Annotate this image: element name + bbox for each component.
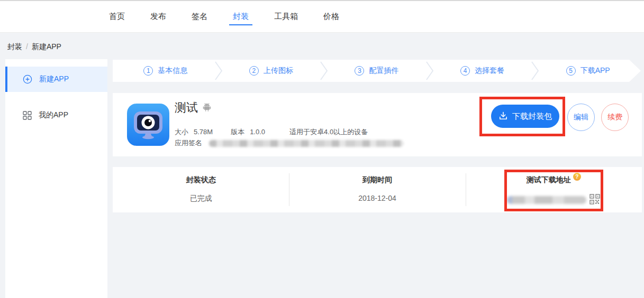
- tv-eye-app-icon: [127, 104, 169, 146]
- package-status-value: 已完成: [190, 194, 212, 203]
- package-info-panel: 封装状态 已完成 到期时间 2018-12-04 测试下载地址 ?: [113, 167, 642, 212]
- signature-label: 应用签名: [175, 138, 202, 148]
- column-header-row: 测试下载地址 ?: [527, 175, 581, 185]
- android-icon: [203, 100, 211, 116]
- sidebar-item-my-apps[interactable]: 我的APP: [5, 103, 107, 128]
- download-button-label: 下载封装包: [512, 111, 552, 122]
- nav-item-toolbox[interactable]: 工具箱: [274, 1, 298, 32]
- step-number-badge: 1: [143, 66, 153, 76]
- package-status-column: 封装状态 已完成: [113, 167, 289, 212]
- signature-redacted-value: [209, 140, 404, 147]
- step-basic-info[interactable]: 1 基本信息: [113, 60, 219, 82]
- test-download-url-row: [507, 194, 600, 206]
- compatibility-text: 适用于安卓4.0以上的设备: [289, 128, 368, 136]
- test-download-url-column: 测试下载地址 ?: [466, 167, 642, 212]
- nav-item-label: 发布: [150, 12, 166, 22]
- sidebar-item-label: 新建APP: [39, 74, 69, 84]
- nav-item-label: 封装: [233, 12, 249, 22]
- grid-icon: [23, 111, 32, 120]
- step-label: 选择套餐: [475, 66, 504, 76]
- step-label: 基本信息: [158, 66, 187, 76]
- column-header: 测试下载地址: [527, 175, 571, 185]
- column-header: 封装状态: [186, 175, 216, 185]
- circle-plus-icon: [23, 74, 32, 84]
- edit-button-label: 编辑: [574, 113, 588, 122]
- nav-item-publish[interactable]: 发布: [150, 1, 166, 32]
- step-label: 上传图标: [264, 66, 293, 76]
- nav-item-package-active[interactable]: 封装: [233, 1, 249, 32]
- expiry-date-column: 到期时间 2018-12-04: [289, 167, 465, 212]
- qr-code-icon[interactable]: [589, 194, 600, 206]
- help-icon[interactable]: ?: [573, 173, 581, 181]
- step-number-badge: 4: [460, 66, 470, 76]
- sidebar-item-new-app[interactable]: 新建APP: [5, 67, 107, 92]
- main-nav: 首页 发布 签名 封装 工具箱 价格: [109, 1, 644, 32]
- step-label: 下载APP: [580, 66, 610, 76]
- app-signature-row: 应用签名: [175, 138, 404, 148]
- sidebar: 新建APP 我的APP: [5, 59, 107, 298]
- nav-item-label: 工具箱: [274, 12, 298, 22]
- breadcrumb-root[interactable]: 封装: [7, 42, 22, 51]
- step-number-badge: 2: [249, 66, 259, 76]
- column-header: 到期时间: [362, 175, 392, 185]
- nav-item-label: 签名: [192, 12, 207, 22]
- download-package-button[interactable]: 下载封装包: [491, 105, 559, 128]
- nav-item-label: 价格: [323, 12, 339, 22]
- step-upload-icon[interactable]: 2 上传图标: [219, 60, 324, 82]
- expiry-date-value: 2018-12-04: [358, 194, 396, 202]
- breadcrumb: 封装/新建APP: [7, 42, 61, 52]
- size-label: 大小: [175, 128, 188, 136]
- step-configure-plugins[interactable]: 3 配置插件: [324, 60, 430, 82]
- step-number-badge: 3: [355, 66, 364, 76]
- step-download-app[interactable]: 5 下载APP: [535, 60, 641, 82]
- nav-item-home[interactable]: 首页: [109, 1, 125, 32]
- download-url-redacted-value: [507, 196, 586, 204]
- step-number-badge: 5: [566, 66, 576, 76]
- breadcrumb-current: 新建APP: [32, 42, 61, 51]
- app-meta-row: 大小5.78M版本1.0.0适用于安卓4.0以上的设备: [175, 127, 368, 137]
- version-value: 1.0.0: [250, 128, 265, 136]
- renew-button-label: 续费: [607, 113, 622, 122]
- nav-item-label: 首页: [109, 12, 125, 22]
- app-title-row: 测试: [175, 100, 211, 116]
- step-choose-plan[interactable]: 4 选择套餐: [430, 60, 536, 82]
- app-card: 测试 大小5.78M版本1.0.0适用于安卓4.0以上的设备 应用签名: [113, 93, 642, 156]
- edit-button[interactable]: 编辑: [567, 104, 595, 131]
- size-value: 5.78M: [194, 128, 213, 136]
- version-label: 版本: [231, 128, 244, 136]
- renew-button[interactable]: 续费: [601, 104, 629, 131]
- breadcrumb-separator: /: [26, 42, 28, 51]
- top-navigation-bar: 首页 发布 签名 封装 工具箱 价格: [0, 0, 644, 33]
- nav-item-sign[interactable]: 签名: [192, 1, 207, 32]
- sidebar-item-label: 我的APP: [39, 110, 68, 120]
- nav-item-price[interactable]: 价格: [323, 1, 339, 32]
- download-icon: [498, 111, 508, 122]
- app-name: 测试: [175, 100, 198, 116]
- step-label: 配置插件: [369, 66, 398, 76]
- step-wizard: 1 基本信息 2 上传图标 3 配置插件 4 选择套餐 5 下载APP: [113, 60, 641, 82]
